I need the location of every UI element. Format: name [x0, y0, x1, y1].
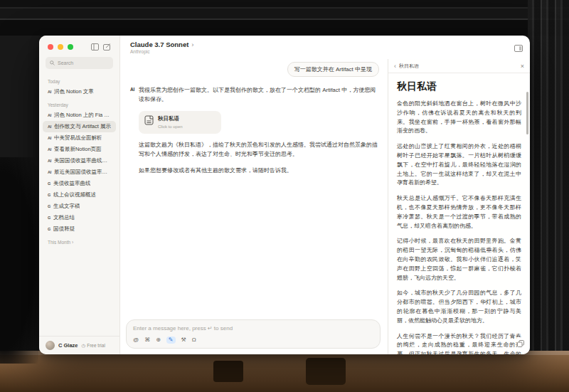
search-icon	[50, 60, 55, 66]
artifact-card-title: 秋日私语	[158, 115, 183, 123]
sidebar-chat-item[interactable]: AI 查看最新Notion页面	[43, 144, 116, 155]
artifact-paragraph: 如今，城市的秋天少了几分田园的气息，多了几分都市的喧嚣。但当夕阳西下，华灯初上，…	[397, 289, 521, 325]
sidebar-chat-item[interactable]: AI 美国国债收益率曲线分析	[43, 155, 116, 166]
close-panel-icon[interactable]: ×	[521, 63, 524, 70]
artifact-card[interactable]: 秋日私语 Click to open	[139, 111, 221, 134]
user-account-footer[interactable]: C Glaze ◷ Free trial	[39, 336, 119, 354]
assistant-intro-text: 我很乐意为您创作一篇散文。以下是我创作的散文，放在了一个文档型的 Artifac…	[139, 86, 379, 105]
ai-chat-icon: AI	[48, 125, 51, 129]
background-counter-item	[213, 361, 243, 382]
close-window-button[interactable]	[48, 44, 53, 50]
globe-icon[interactable]: ⊕	[156, 337, 161, 343]
artifact-paragraph: 秋天总是让人感慨万千。它不像春天那样充满生机，也不像夏天那样热情奔放，更不像冬天…	[397, 194, 521, 231]
artifact-paragraph: 人生何尝不是一个漫长的秋天？我们经历了青春的绚烂，走向成熟的稳重，最终迎来生命的…	[397, 332, 521, 354]
artifact-panel-toggle-icon[interactable]	[514, 42, 523, 55]
g-chat-icon: G	[48, 193, 50, 197]
background-counter-item	[306, 358, 346, 385]
assistant-paragraph: 如果您想要修改或者有其他主题的散文需求，请随时告诉我。	[139, 166, 379, 176]
ai-chat-icon: AI	[48, 90, 51, 94]
artifact-panel: ‹ 秋日私语 × 秋日私语 金色的阳光斜斜地洒在窗台上，树叶在微风中沙沙作响，仿…	[388, 59, 530, 354]
provider-label: Anthropic	[130, 49, 521, 54]
ai-chat-icon: AI	[48, 170, 51, 174]
sidebar-chat-item[interactable]: G 线上会议视频概述	[43, 189, 116, 201]
user-message-bubble: 写一篇散文并在 Artifact 中呈现	[287, 62, 379, 77]
chat-header: Claude 3.7 Sonnet › Anthropic	[120, 36, 530, 59]
section-label-this-month[interactable]: This Month ›	[48, 240, 111, 245]
new-chat-icon[interactable]	[103, 43, 111, 51]
g-chat-icon: G	[48, 181, 50, 186]
search-placeholder: Search	[58, 60, 73, 65]
main-content: Claude 3.7 Sonnet › Anthropic 写一篇散文并在 Ar…	[120, 36, 530, 354]
ai-chat-icon: AI	[48, 159, 51, 163]
sidebar-toggle-icon[interactable]	[91, 43, 99, 51]
background-bookshelf	[528, 0, 569, 392]
panel-scrollbar[interactable]	[526, 92, 528, 134]
background-shelf-top	[0, 0, 569, 36]
artifact-paragraph: 金色的阳光斜斜地洒在窗台上，树叶在微风中沙沙作响，仿佛在诉说着夏天的离去和秋天的…	[397, 100, 521, 136]
search-input[interactable]: Search	[46, 57, 113, 69]
input-toolbar: @ ⌘ ⊕ ✎ ⚒ Ω	[133, 337, 373, 344]
background-wood-counter	[0, 351, 569, 392]
artifact-title: 秋日私语	[397, 80, 521, 93]
message-input[interactable]: Enter a message here, press ↵ to send @ …	[126, 319, 381, 349]
user-name: C Glaze	[58, 342, 78, 349]
assistant-paragraph: 这篇散文题为《秋日私语》，描绘了秋天的景色和引发的人生感悟。我尝试通过对自然景象…	[139, 141, 379, 159]
sidebar-chat-item[interactable]: G 美债收益率曲线	[43, 178, 116, 189]
sidebar-chat-item[interactable]: AI 润色 Notion 文章	[43, 86, 116, 97]
ai-chat-icon: AI	[48, 147, 51, 152]
ai-chat-icon: AI	[48, 136, 51, 140]
claude-app-window: Search Today AI 润色 Notion 文章 Yesterday A…	[39, 36, 530, 354]
artifact-card-subtitle: Click to open	[158, 124, 183, 131]
g-chat-icon: G	[48, 227, 50, 231]
g-chat-icon: G	[48, 216, 50, 220]
attach-icon[interactable]: @	[133, 337, 139, 343]
document-icon	[144, 115, 154, 129]
desktop-background: Search Today AI 润色 Notion 文章 Yesterday A…	[0, 0, 569, 392]
artifact-toggle-icon[interactable]: ✎	[166, 337, 176, 344]
trial-clock-icon: ◷	[82, 343, 86, 349]
sidebar-chat-item-selected[interactable]: AI 创作散文与 Artifact 展示	[43, 121, 116, 132]
artifact-paragraph: 记得小时候，最喜欢在秋天的田野里奔跑。金黄的稻田一望无际，沉甸甸的稻穗低垂着头，…	[397, 237, 521, 282]
minimize-window-button[interactable]	[58, 44, 63, 50]
background-person-silhouette	[0, 157, 38, 364]
ai-chat-icon: AI	[48, 113, 51, 117]
sidebar-chat-item[interactable]: AI 中美贸易战全面解析	[43, 132, 116, 144]
sidebar-chat-item[interactable]: AI 最近美国国债收益率曲线…	[43, 166, 116, 178]
claude-logo-icon: AI	[130, 86, 134, 176]
artifact-paragraph: 远处的山峦披上了红黄相间的外衣，近处的梧桐树叶子已经开始零星飘落。一片枯叶从树梢…	[397, 142, 521, 188]
section-label-yesterday: Yesterday	[48, 102, 111, 107]
assistant-message: AI 我很乐意为您创作一篇散文。以下是我创作的散文，放在了一个文档型的 Arti…	[130, 86, 379, 176]
g-chat-icon: G	[48, 204, 50, 208]
model-name: Claude 3.7 Sonnet	[130, 41, 188, 48]
copy-icon[interactable]	[517, 337, 524, 350]
style-icon[interactable]: Ω	[192, 337, 196, 343]
artifact-document: 秋日私语 金色的阳光斜斜地洒在窗台上，树叶在微风中沙沙作响，仿佛在诉说着夏天的离…	[388, 73, 530, 354]
plan-badge: ◷ Free trial	[82, 343, 105, 349]
model-selector[interactable]: Claude 3.7 Sonnet ›	[130, 41, 521, 48]
avatar	[46, 341, 55, 350]
chat-thread: 写一篇散文并在 Artifact 中呈现 AI 我很乐意为您创作一篇散文。以下是…	[120, 59, 388, 354]
section-label-today: Today	[48, 79, 111, 84]
message-input-placeholder: Enter a message here, press ↵ to send	[133, 325, 373, 332]
window-controls	[39, 36, 119, 55]
chevron-right-icon: ›	[191, 41, 193, 48]
sidebar-chat-item[interactable]: G 生成文字稿	[43, 201, 116, 212]
sidebar-chat-item[interactable]: AI 润色 Notion 上的 Fia 文章	[43, 110, 116, 121]
sidebar-chat-item[interactable]: G 文档总结	[43, 212, 116, 223]
sidebar: Search Today AI 润色 Notion 文章 Yesterday A…	[39, 36, 120, 354]
tools-icon[interactable]: ⚒	[181, 337, 186, 343]
back-chevron-icon[interactable]: ‹	[394, 63, 396, 70]
sidebar-chat-item[interactable]: G 国债释疑	[43, 223, 116, 235]
zoom-window-button[interactable]	[68, 44, 73, 50]
artifact-breadcrumb[interactable]: 秋日私语	[399, 63, 419, 70]
artifact-panel-header: ‹ 秋日私语 ×	[388, 59, 530, 73]
command-icon[interactable]: ⌘	[144, 337, 150, 343]
